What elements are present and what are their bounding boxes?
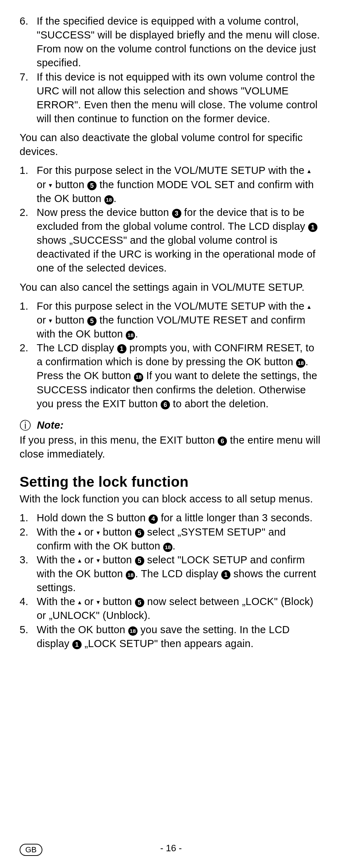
list-item: 1.For this purpose select in the VOL/MUT… (37, 164, 321, 205)
down-arrow-icon: ▾ (97, 599, 100, 606)
button-ref-18-icon: 18 (163, 543, 172, 552)
button-ref-18-icon: 18 (104, 195, 114, 205)
info-icon: ⓘ (20, 419, 31, 432)
list-item: 2.The LCD display 1 prompts you, with CO… (37, 341, 321, 411)
button-ref-1-icon: 1 (117, 344, 126, 353)
button-ref-18-icon: 18 (126, 331, 135, 340)
note-heading: ⓘ Note: (20, 418, 321, 433)
list-item-7: 7.If this device is not equipped with it… (37, 70, 321, 126)
list-item-6: 6.If the specified device is equipped wi… (37, 14, 321, 70)
button-ref-18-icon: 18 (134, 373, 143, 382)
button-ref-6-icon: 6 (161, 400, 170, 409)
ordered-list-lock: 1.Hold down the S button 4 for a little … (20, 511, 321, 650)
list-item: 1.For this purpose select in the VOL/MUT… (37, 299, 321, 341)
button-ref-18-icon: 18 (126, 570, 135, 580)
ordered-list-cancel: 1.For this purpose select in the VOL/MUT… (20, 299, 321, 411)
button-ref-5-icon: 5 (135, 598, 144, 607)
up-arrow-icon: ▴ (307, 303, 311, 310)
list-item: 4.With the ▴ or ▾ button 5 now select be… (37, 595, 321, 622)
manual-page: 6.If the specified device is equipped wi… (0, 0, 342, 868)
note-label: Note: (37, 419, 63, 431)
button-ref-18-icon: 18 (128, 626, 138, 636)
button-ref-4-icon: 4 (149, 515, 158, 524)
button-ref-1-icon: 1 (221, 570, 230, 579)
paragraph: With the lock function you can block acc… (20, 492, 321, 506)
down-arrow-icon: ▾ (49, 182, 52, 189)
button-ref-5-icon: 5 (135, 556, 144, 565)
list-item: 1.Hold down the S button 4 for a little … (37, 511, 321, 525)
paragraph: You can also cancel the settings again i… (20, 280, 321, 294)
button-ref-1-icon: 1 (308, 223, 317, 232)
list-item: 2.Now press the device button 3 for the … (37, 206, 321, 275)
button-ref-3-icon: 3 (172, 209, 181, 218)
note-body: If you press, in this menu, the EXIT but… (20, 433, 321, 461)
button-ref-18-icon: 18 (296, 358, 305, 368)
up-arrow-icon: ▴ (307, 167, 311, 175)
button-ref-5-icon: 5 (87, 316, 97, 326)
paragraph: You can also deactivate the global volum… (20, 131, 321, 159)
section-heading-lock: Setting the lock function (20, 474, 321, 490)
list-item: 5.With the OK button 18 you save the set… (37, 623, 321, 651)
button-ref-5-icon: 5 (87, 181, 97, 190)
down-arrow-icon: ▾ (97, 529, 100, 536)
down-arrow-icon: ▾ (97, 557, 100, 564)
ordered-list-continued: 6.If the specified device is equipped wi… (20, 14, 321, 126)
list-item: 3.With the ▴ or ▾ button 5 select "LOCK … (37, 553, 321, 595)
ordered-list-deactivate: 1.For this purpose select in the VOL/MUT… (20, 164, 321, 275)
page-number: - 16 - (0, 843, 342, 854)
button-ref-1-icon: 1 (72, 640, 82, 649)
button-ref-5-icon: 5 (135, 528, 144, 538)
list-item: 2.With the ▴ or ▾ button 5 select „SYSTE… (37, 525, 321, 553)
down-arrow-icon: ▾ (49, 317, 52, 324)
button-ref-6-icon: 6 (218, 436, 227, 446)
